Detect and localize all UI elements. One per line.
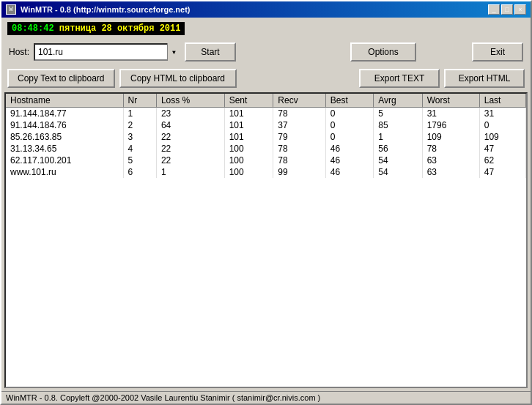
table-cell: 31.13.34.65	[6, 143, 123, 155]
table-cell: 3	[123, 131, 156, 143]
table-cell: 54	[374, 155, 422, 166]
export-html-button[interactable]: Export HTML	[444, 69, 525, 88]
table-cell: 78	[422, 143, 479, 155]
table-col-loss: Loss %	[156, 94, 224, 108]
table-cell: 101	[224, 131, 273, 143]
table-cell: 1	[123, 108, 156, 120]
table-cell: 0	[325, 119, 374, 131]
host-row: Host: ▼ Start Options Exit	[4, 40, 528, 64]
table-cell: 46	[325, 155, 374, 166]
table-cell: 91.144.184.77	[6, 108, 123, 120]
table-row[interactable]: 91.144.184.7712310178053131	[6, 108, 526, 120]
table-cell: 5	[123, 155, 156, 166]
table-row[interactable]: 91.144.184.762641013708517960	[6, 119, 526, 131]
table-cell: 22	[156, 155, 224, 166]
table-cell: 62.117.100.201	[6, 155, 123, 166]
export-text-button[interactable]: Export TEXT	[359, 69, 440, 88]
table-cell: 31	[479, 108, 525, 120]
data-table: HostnameNrLoss %SentRecvBestAvrgWorstLas…	[6, 94, 526, 178]
table-cell: 22	[156, 143, 224, 155]
table-cell: 54	[374, 166, 422, 178]
table-col-last: Last	[479, 94, 525, 108]
table-cell: 109	[479, 131, 525, 143]
app-icon: W	[6, 4, 16, 15]
table-col-worst: Worst	[422, 94, 479, 108]
table-row[interactable]: 85.26.163.853221017901109109	[6, 131, 526, 143]
options-button[interactable]: Options	[350, 42, 416, 62]
table-cell: 2	[123, 119, 156, 131]
table-cell: 56	[374, 143, 422, 155]
table-cell: 109	[422, 131, 479, 143]
table-cell: 22	[156, 131, 224, 143]
table-cell: 0	[325, 131, 374, 143]
main-window: W WinMTR - 0.8 (http://winmtr.sourceforg…	[0, 0, 532, 405]
toolbar-row: Copy Text to clipboard Copy HTML to clip…	[4, 67, 528, 89]
window-title: WinMTR - 0.8 (http://winmtr.sourceforge.…	[21, 5, 191, 14]
table-cell: 101	[224, 119, 273, 131]
table-cell: 78	[273, 108, 325, 120]
table-cell: 23	[156, 108, 224, 120]
table-cell: 62	[479, 155, 525, 166]
table-header-row: HostnameNrLoss %SentRecvBestAvrgWorstLas…	[6, 94, 526, 108]
table-cell: 100	[224, 155, 273, 166]
table-cell: 47	[479, 143, 525, 155]
exit-button[interactable]: Exit	[472, 42, 523, 62]
table-cell: 1	[374, 131, 422, 143]
table-cell: 85.26.163.85	[6, 131, 123, 143]
table-cell: 1796	[422, 119, 479, 131]
table-cell: 63	[422, 155, 479, 166]
status-text: WinMTR - 0.8. Copyleft @2000-2002 Vasile…	[6, 393, 320, 402]
title-bar: W WinMTR - 0.8 (http://winmtr.sourceforg…	[1, 1, 531, 18]
data-table-container: HostnameNrLoss %SentRecvBestAvrgWorstLas…	[4, 92, 528, 388]
table-cell: 100	[224, 166, 273, 178]
clock-date: пятница 28 октября 2011	[59, 23, 181, 34]
close-button[interactable]: ×	[514, 4, 526, 15]
table-cell: 85	[374, 119, 422, 131]
table-cell: www.101.ru	[6, 166, 123, 178]
table-cell: 46	[325, 166, 374, 178]
table-cell: 63	[422, 166, 479, 178]
table-cell: 0	[325, 108, 374, 120]
copy-text-button[interactable]: Copy Text to clipboard	[7, 69, 115, 88]
minimize-button[interactable]: _	[488, 4, 500, 15]
table-cell: 37	[273, 119, 325, 131]
host-label: Host:	[9, 47, 29, 57]
table-cell: 31	[422, 108, 479, 120]
table-cell: 4	[123, 143, 156, 155]
title-buttons: _ □ ×	[488, 4, 526, 15]
table-cell: 5	[374, 108, 422, 120]
table-col-avrg: Avrg	[374, 94, 422, 108]
status-bar: WinMTR - 0.8. Copyleft @2000-2002 Vasile…	[1, 391, 531, 404]
table-header: HostnameNrLoss %SentRecvBestAvrgWorstLas…	[6, 94, 526, 108]
table-cell: 99	[273, 166, 325, 178]
title-bar-left: W WinMTR - 0.8 (http://winmtr.sourceforg…	[6, 4, 191, 15]
table-cell: 6	[123, 166, 156, 178]
table-cell: 0	[479, 119, 525, 131]
table-cell: 1	[156, 166, 224, 178]
host-select-wrapper: ▼	[34, 43, 180, 61]
table-col-hostname: Hostname	[6, 94, 123, 108]
host-input[interactable]	[34, 43, 180, 61]
table-row[interactable]: www.101.ru611009946546347	[6, 166, 526, 178]
table-col-nr: Nr	[123, 94, 156, 108]
table-body: 91.144.184.771231017805313191.144.184.76…	[6, 108, 526, 179]
copy-html-button[interactable]: Copy HTML to clipboard	[119, 69, 237, 88]
table-cell: 78	[273, 143, 325, 155]
table-cell: 47	[479, 166, 525, 178]
table-cell: 46	[325, 143, 374, 155]
table-row[interactable]: 31.13.34.654221007846567847	[6, 143, 526, 155]
table-col-best: Best	[325, 94, 374, 108]
table-row[interactable]: 62.117.100.2015221007846546362	[6, 155, 526, 166]
table-col-recv: Recv	[273, 94, 325, 108]
clock-bar: 08:48:42 пятница 28 октября 2011	[7, 22, 185, 35]
table-cell: 78	[273, 155, 325, 166]
table-cell: 79	[273, 131, 325, 143]
table-cell: 101	[224, 108, 273, 120]
start-button[interactable]: Start	[185, 42, 236, 62]
table-cell: 64	[156, 119, 224, 131]
table-cell: 100	[224, 143, 273, 155]
clock-time: 08:48:42	[12, 23, 54, 34]
maximize-button[interactable]: □	[501, 4, 513, 15]
table-col-sent: Sent	[224, 94, 273, 108]
content-area: 08:48:42 пятница 28 октября 2011 Host: ▼…	[1, 18, 531, 391]
